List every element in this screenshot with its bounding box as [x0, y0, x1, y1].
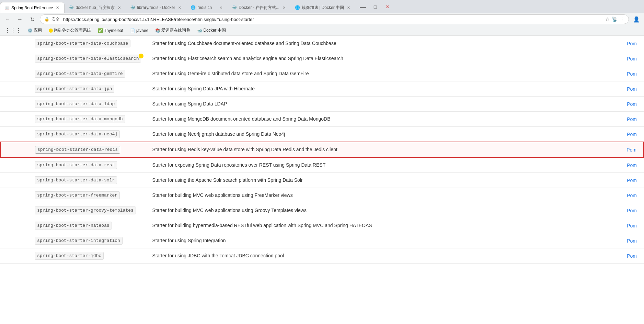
description-cell: Starter for using Spring Data JPA with H… — [147, 81, 621, 97]
description-cell: Starter for using Elasticsearch search a… — [147, 51, 621, 66]
back-button[interactable]: ← — [3, 14, 12, 24]
page-content: spring-boot-starter-data-couchbaseStarte… — [0, 36, 644, 264]
tab-favicon-spring: 📖 — [4, 5, 9, 10]
tab-spring-boot[interactable]: 📖 Spring Boot Reference ✕ — [0, 2, 65, 13]
artifact-id: spring-boot-starter-data-couchbase — [35, 40, 130, 47]
table-row: spring-boot-starter-data-ldapStarter for… — [0, 97, 644, 112]
tab-close-redis-docker[interactable]: ✕ — [177, 5, 182, 10]
bookmark-dictionary-label: 爱词霸在线词典 — [161, 27, 190, 33]
tab-docker-anywhere[interactable]: 🐳 Docker - 在任何方式... ✕ — [228, 2, 291, 13]
pom-cell[interactable]: Pom — [621, 248, 644, 264]
pom-link[interactable]: Pom — [627, 41, 637, 46]
pom-cell[interactable]: Pom — [621, 142, 644, 157]
description-cell: Starter for using Couchbase document-ori… — [147, 36, 621, 51]
tab-close-redis-cn[interactable]: ✕ — [218, 5, 223, 10]
pom-cell[interactable]: Pom — [621, 97, 644, 112]
pom-link[interactable]: Pom — [627, 132, 637, 137]
artifact-id: spring-boot-starter-data-jpa — [35, 85, 114, 93]
pom-link[interactable]: Pom — [627, 223, 637, 228]
bookmark-thymeleaf-label: Thymeleaf — [104, 28, 123, 33]
tab-docker-mirror[interactable]: 🌐 镜像加速 | Docker 中国 ✕ — [291, 2, 355, 13]
pom-link[interactable]: Pom — [627, 253, 637, 259]
artifact-id-cell: spring-boot-starter-data-redis — [0, 142, 147, 157]
table-row: spring-boot-starter-data-elasticsearchSt… — [0, 51, 644, 66]
description-cell: Starter for using GemFire distributed da… — [147, 66, 621, 81]
maximize-button[interactable]: □ — [370, 2, 380, 12]
pom-link[interactable]: Pom — [627, 178, 637, 183]
bookmark-docker-china-icon: 🐋 — [197, 28, 202, 33]
tab-close-spring[interactable]: ✕ — [55, 5, 60, 10]
description-cell: Starter for using JDBC with the Tomcat J… — [147, 248, 621, 264]
security-label: 安全 — [51, 16, 60, 22]
description-cell: Starter for using MongoDB document-orien… — [147, 112, 621, 127]
artifact-id: spring-boot-starter-data-neo4j — [35, 130, 120, 138]
pom-cell[interactable]: Pom — [621, 36, 644, 51]
pom-link[interactable]: Pom — [627, 116, 637, 122]
pom-cell[interactable]: Pom — [621, 112, 644, 127]
pom-link[interactable]: Pom — [627, 208, 637, 213]
star-icon[interactable]: ☆ — [605, 16, 610, 22]
bookmark-shiguigu-icon — [49, 29, 53, 33]
tab-dockerhub[interactable]: 🐳 docker hub_百度搜索 ✕ — [65, 2, 126, 13]
artifact-id-cell: spring-boot-starter-integration — [0, 233, 147, 248]
profile-button[interactable]: 👤 — [632, 14, 641, 24]
artifact-id-cell: spring-boot-starter-freemarker — [0, 188, 147, 203]
pom-cell[interactable]: Pom — [621, 188, 644, 203]
address-bar[interactable]: 🔒 安全 https://docs.spring.io/spring-boot/… — [40, 14, 629, 24]
table-row: spring-boot-starter-integrationStarter f… — [0, 233, 644, 248]
refresh-button[interactable]: ↻ — [27, 14, 37, 24]
pom-cell[interactable]: Pom — [621, 203, 644, 218]
tab-title-redis-docker: library/redis - Docker — [137, 5, 175, 10]
forward-button[interactable]: → — [15, 14, 25, 24]
pom-cell[interactable]: Pom — [621, 127, 644, 142]
pom-cell[interactable]: Pom — [621, 218, 644, 233]
pom-link[interactable]: Pom — [627, 101, 637, 107]
artifact-id: spring-boot-starter-data-elasticsearch — [35, 55, 141, 63]
tab-favicon-docker: 🐳 — [69, 5, 73, 10]
bookmark-javaee[interactable]: 📄 javaee — [127, 27, 151, 34]
artifact-id-cell: spring-boot-starter-data-neo4j — [0, 127, 147, 142]
tab-title-spring: Spring Boot Reference — [11, 5, 53, 10]
pom-link[interactable]: Pom — [627, 163, 637, 168]
pom-link[interactable]: Pom — [627, 193, 637, 198]
minimize-button[interactable]: — — [358, 2, 368, 12]
pom-link[interactable]: Pom — [626, 147, 636, 153]
tab-close-docker-mirror[interactable]: ✕ — [346, 5, 351, 10]
close-window-button[interactable]: ✕ — [383, 2, 392, 12]
tab-title-docker: docker hub_百度搜索 — [76, 5, 115, 11]
starters-table: spring-boot-starter-data-couchbaseStarte… — [0, 36, 644, 264]
artifact-id: spring-boot-starter-data-rest — [35, 161, 117, 169]
menu-icon[interactable]: ⋮ — [620, 16, 624, 22]
tab-close-docker-anywhere[interactable]: ✕ — [281, 5, 287, 10]
description-cell: Starter for using the Apache Solr search… — [147, 173, 621, 188]
tab-title-redis-cn: redis.cn — [197, 5, 216, 10]
artifact-id: spring-boot-starter-groovy-templates — [35, 206, 136, 214]
pom-cell[interactable]: Pom — [621, 51, 644, 66]
bookmark-thymeleaf[interactable]: ✅ Thymeleaf — [95, 27, 126, 34]
apps-icon[interactable]: ⋮⋮⋮ — [3, 26, 23, 34]
pom-cell[interactable]: Pom — [621, 66, 644, 81]
table-row: spring-boot-starter-groovy-templatesStar… — [0, 203, 644, 218]
tab-redis-docker[interactable]: 🐳 library/redis - Docker ✕ — [126, 2, 186, 13]
cast-icon[interactable]: 📡 — [612, 16, 618, 22]
pom-cell[interactable]: Pom — [621, 81, 644, 97]
pom-cell[interactable]: Pom — [621, 157, 644, 173]
bookmark-shiguigu[interactable]: 尚硅谷办公管理系统 — [46, 27, 94, 34]
pom-link[interactable]: Pom — [627, 238, 637, 244]
bookmark-docker-china[interactable]: 🐋 Docker 中国 — [194, 27, 228, 34]
table-row: spring-boot-starter-data-couchbaseStarte… — [0, 36, 644, 51]
pom-link[interactable]: Pom — [627, 71, 637, 77]
description-cell: Starter for building hypermedia-based RE… — [147, 218, 621, 233]
pom-cell[interactable]: Pom — [621, 173, 644, 188]
bookmark-dictionary[interactable]: 📚 爱词霸在线词典 — [152, 27, 193, 34]
table-row: spring-boot-starter-freemarkerStarter fo… — [0, 188, 644, 203]
bookmark-apps[interactable]: ⚙️ 应用 — [25, 27, 45, 34]
tab-title-docker-anywhere: Docker - 在任何方式... — [239, 5, 279, 11]
description-cell: Starter for exposing Spring Data reposit… — [147, 157, 621, 173]
tab-redis-cn[interactable]: 🌐 redis.cn ✕ — [186, 2, 228, 13]
artifact-id-cell: spring-boot-starter-data-elasticsearch — [0, 51, 147, 66]
pom-cell[interactable]: Pom — [621, 233, 644, 248]
pom-link[interactable]: Pom — [627, 56, 637, 62]
pom-link[interactable]: Pom — [627, 86, 637, 92]
tab-close-docker[interactable]: ✕ — [117, 5, 122, 10]
